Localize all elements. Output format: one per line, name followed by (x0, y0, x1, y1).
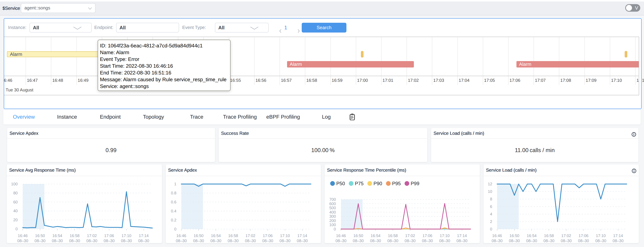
svg-text:08–30: 08–30 (370, 239, 381, 243)
svg-text:08–30: 08–30 (210, 239, 222, 243)
svg-text:16:58: 16:58 (388, 234, 398, 238)
svg-text:08–30: 08–30 (104, 239, 115, 243)
svg-text:16:50: 16:50 (510, 234, 520, 238)
svg-text:17:02: 17:02 (405, 234, 415, 238)
svg-text:08–30: 08–30 (121, 239, 132, 243)
svg-text:100: 100 (11, 182, 18, 186)
svg-text:0: 0 (16, 227, 18, 231)
svg-text:08–30: 08–30 (262, 239, 273, 243)
svg-text:40: 40 (13, 209, 18, 213)
svg-text:16:54: 16:54 (211, 234, 221, 238)
svg-text:08–30: 08–30 (422, 239, 433, 243)
svg-text:600: 600 (329, 202, 336, 206)
svg-text:08–30: 08–30 (509, 239, 520, 243)
svg-text:8: 8 (490, 197, 492, 201)
svg-text:16:46: 16:46 (336, 234, 346, 238)
svg-text:17:14: 17:14 (139, 234, 149, 238)
svg-text:08–30: 08–30 (228, 239, 239, 243)
svg-text:08–30: 08–30 (526, 239, 537, 243)
svg-text:08–30: 08–30 (613, 239, 624, 243)
svg-text:60: 60 (13, 200, 18, 204)
svg-text:16:46: 16:46 (492, 234, 502, 238)
svg-text:16:58: 16:58 (228, 234, 238, 238)
svg-text:17:10: 17:10 (596, 234, 606, 238)
svg-text:P75: P75 (355, 181, 364, 186)
svg-text:700: 700 (329, 197, 336, 202)
svg-text:400: 400 (329, 210, 336, 215)
svg-text:17:02: 17:02 (246, 234, 256, 238)
svg-text:08–30: 08–30 (138, 239, 149, 243)
svg-text:P99: P99 (411, 181, 419, 186)
svg-text:16:54: 16:54 (52, 234, 62, 238)
svg-text:16:50: 16:50 (35, 234, 45, 238)
svg-text:0.2: 0.2 (171, 218, 176, 222)
svg-text:08–30: 08–30 (578, 239, 589, 243)
svg-text:17:02: 17:02 (87, 234, 97, 238)
svg-text:17:06: 17:06 (263, 234, 273, 238)
svg-text:17:02: 17:02 (561, 234, 571, 238)
svg-text:10: 10 (488, 189, 492, 194)
svg-text:17:14: 17:14 (298, 234, 307, 238)
svg-text:08–30: 08–30 (193, 239, 204, 243)
svg-text:17:06: 17:06 (422, 234, 432, 238)
svg-text:P90: P90 (374, 181, 382, 186)
svg-text:17:10: 17:10 (280, 234, 290, 238)
svg-text:4: 4 (490, 212, 492, 216)
svg-text:08–30: 08–30 (561, 239, 572, 243)
svg-text:0: 0 (490, 227, 492, 231)
svg-text:08–30: 08–30 (492, 239, 503, 243)
svg-text:0.8: 0.8 (171, 191, 176, 195)
svg-text:08–30: 08–30 (405, 239, 416, 243)
svg-text:P50: P50 (336, 181, 345, 186)
svg-text:08–30: 08–30 (439, 239, 450, 243)
svg-text:08–30: 08–30 (176, 239, 187, 243)
svg-text:08–30: 08–30 (388, 239, 398, 243)
svg-text:08–30: 08–30 (34, 239, 46, 243)
svg-text:08–30: 08–30 (297, 239, 308, 243)
svg-text:08–30: 08–30 (52, 239, 63, 243)
svg-text:08–30: 08–30 (595, 239, 606, 243)
svg-text:0: 0 (334, 227, 336, 231)
svg-text:17:14: 17:14 (613, 234, 623, 238)
svg-text:16:50: 16:50 (353, 234, 363, 238)
svg-text:20: 20 (13, 218, 18, 222)
svg-text:P95: P95 (392, 181, 401, 186)
svg-text:08–30: 08–30 (336, 239, 346, 243)
svg-text:08–30: 08–30 (280, 239, 291, 243)
svg-text:12: 12 (488, 182, 492, 186)
svg-text:17:14: 17:14 (457, 234, 467, 238)
svg-text:16:58: 16:58 (544, 234, 554, 238)
svg-text:17:06: 17:06 (104, 234, 114, 238)
svg-text:16:46: 16:46 (18, 234, 28, 238)
svg-text:08–30: 08–30 (86, 239, 98, 243)
svg-text:08–30: 08–30 (456, 239, 468, 243)
svg-text:0.4: 0.4 (171, 209, 176, 213)
svg-text:16:50: 16:50 (194, 234, 204, 238)
svg-text:100: 100 (329, 223, 336, 227)
svg-text:16:54: 16:54 (371, 234, 380, 238)
svg-text:17:10: 17:10 (122, 234, 132, 238)
svg-text:6: 6 (490, 204, 492, 209)
svg-text:80: 80 (13, 191, 18, 195)
svg-text:08–30: 08–30 (245, 239, 256, 243)
svg-text:1: 1 (174, 182, 176, 186)
svg-text:16:46: 16:46 (176, 234, 186, 238)
svg-text:300: 300 (329, 214, 336, 219)
svg-text:08–30: 08–30 (544, 239, 554, 243)
svg-text:0: 0 (174, 227, 176, 231)
svg-text:2: 2 (490, 219, 492, 224)
svg-text:0.6: 0.6 (171, 200, 176, 204)
svg-text:16:58: 16:58 (70, 234, 80, 238)
svg-text:08–30: 08–30 (353, 239, 364, 243)
svg-text:200: 200 (329, 219, 336, 223)
svg-text:16:54: 16:54 (527, 234, 537, 238)
svg-text:17:10: 17:10 (440, 234, 450, 238)
svg-text:17:06: 17:06 (578, 234, 588, 238)
svg-text:08–30: 08–30 (17, 239, 28, 243)
svg-text:500: 500 (329, 206, 336, 210)
svg-text:08–30: 08–30 (69, 239, 80, 243)
